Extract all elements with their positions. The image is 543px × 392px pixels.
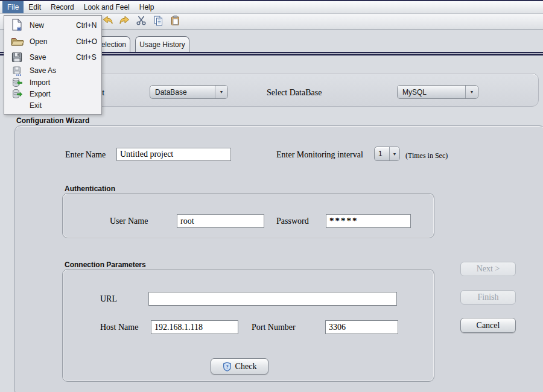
svg-text:?: ?: [226, 363, 228, 369]
menu-item-save-label: Save: [30, 53, 46, 62]
menu-look-and-feel[interactable]: Look and Feel: [79, 1, 135, 13]
menu-item-import-label: Import: [30, 78, 50, 87]
url-label: URL: [100, 294, 117, 304]
cut-button[interactable]: [134, 15, 148, 28]
host-name-input[interactable]: [151, 320, 238, 334]
user-name-label: User Name: [110, 217, 148, 226]
new-document-icon: [8, 18, 25, 32]
password-label: Password: [276, 217, 309, 226]
tab-usage-history-label: Usage History: [139, 40, 185, 49]
import-database-icon: [8, 77, 25, 87]
copy-icon: [153, 15, 164, 28]
user-name-input[interactable]: [177, 214, 264, 228]
configuration-wizard-title: Configuration Wizard: [16, 116, 89, 125]
menu-item-new-shortcut: Ctrl+N: [76, 21, 97, 30]
name-input[interactable]: [116, 148, 231, 161]
paste-button[interactable]: [168, 15, 182, 28]
menu-item-save-as[interactable]: Save As: [5, 65, 101, 77]
database-dropdown-value: MySQL: [398, 86, 465, 98]
cut-icon: [136, 15, 147, 28]
menu-item-export[interactable]: Export: [5, 88, 101, 100]
menu-item-new-label: New: [30, 21, 44, 30]
tab-usage-history[interactable]: Usage History: [135, 36, 189, 52]
undo-icon: [102, 15, 113, 28]
redo-button[interactable]: [117, 15, 132, 28]
port-number-input[interactable]: [325, 320, 398, 334]
open-folder-icon: [8, 36, 25, 48]
next-button[interactable]: Next >: [460, 262, 516, 276]
paste-icon: [170, 15, 180, 28]
menu-item-open[interactable]: Open Ctrl+O: [5, 33, 101, 49]
menu-item-exit-label: Exit: [30, 101, 42, 110]
chevron-down-icon[interactable]: ▼: [389, 147, 399, 160]
category-dropdown-value: DataBase: [150, 86, 215, 98]
menu-item-exit[interactable]: Exit: [5, 100, 101, 112]
menu-item-save[interactable]: Save Ctrl+S: [5, 49, 101, 65]
undo-button[interactable]: [100, 15, 115, 28]
category-dropdown[interactable]: DataBase ▼: [150, 85, 228, 99]
menu-help[interactable]: Help: [135, 1, 159, 13]
menu-item-export-label: Export: [30, 90, 51, 98]
port-number-label: Port Number: [252, 323, 296, 332]
menu-item-open-shortcut: Ctrl+O: [76, 37, 97, 46]
redo-icon: [119, 15, 130, 28]
monitoring-interval-label: Enter Monitoring interval: [276, 150, 363, 160]
enter-name-label: Enter Name: [65, 150, 106, 160]
authentication-title: Authentication: [65, 185, 115, 193]
menu-record[interactable]: Record: [46, 1, 79, 13]
interval-dropdown[interactable]: 1 ▼: [374, 147, 400, 161]
app-window: { "colors": { "accent_blue": "#4d74a4", …: [0, 0, 543, 392]
interval-unit-label: (Times in Sec): [405, 151, 448, 160]
copy-button[interactable]: [151, 15, 165, 28]
menu-item-new[interactable]: New Ctrl+N: [5, 17, 101, 33]
menu-item-open-label: Open: [30, 37, 47, 46]
menu-edit[interactable]: Edit: [24, 1, 46, 13]
shield-icon: ?: [223, 362, 232, 371]
menu-file[interactable]: File: [2, 1, 24, 13]
cancel-button[interactable]: Cancel: [460, 318, 516, 333]
connection-parameters-title: Connection Parameters: [65, 261, 146, 269]
menu-item-save-as-label: Save As: [30, 66, 56, 75]
save-as-icon: [8, 66, 25, 76]
interval-dropdown-value: 1: [375, 147, 389, 160]
menu-bar: File Edit Record Look and Feel Help: [0, 1, 543, 14]
file-menu-dropdown: New Ctrl+N Open Ctrl+O Save Ctrl+S: [4, 15, 102, 115]
check-button-label: Check: [235, 362, 257, 371]
check-button[interactable]: ? Check: [211, 358, 268, 375]
save-floppy-icon: [8, 51, 25, 63]
password-input[interactable]: [326, 214, 411, 228]
host-name-label: Host Name: [100, 323, 138, 332]
database-dropdown[interactable]: MySQL ▼: [397, 85, 478, 99]
url-input[interactable]: [148, 292, 397, 306]
finish-button[interactable]: Finish: [460, 290, 516, 305]
chevron-down-icon[interactable]: ▼: [215, 86, 227, 98]
menu-item-save-shortcut: Ctrl+S: [76, 53, 97, 62]
export-database-icon: [8, 89, 25, 99]
select-database-label: Select DataBase: [267, 88, 322, 98]
chevron-down-icon[interactable]: ▼: [465, 86, 478, 98]
menu-item-import[interactable]: Import: [5, 77, 101, 88]
